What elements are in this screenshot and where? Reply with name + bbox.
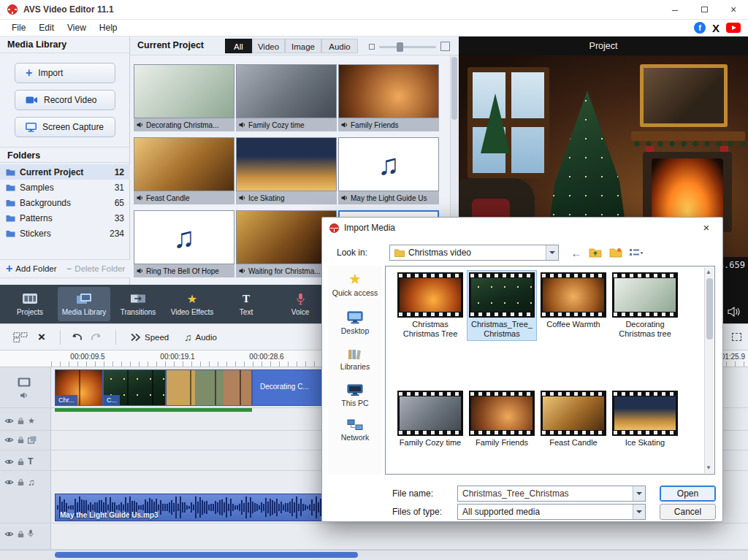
storyboard-view-button[interactable] <box>13 324 28 350</box>
voice-track[interactable] <box>0 523 748 550</box>
dialog-close-button[interactable]: × <box>698 220 715 235</box>
speed-button[interactable]: Speed <box>130 324 169 350</box>
file-item-feast-candle[interactable]: Feast Candle <box>539 389 608 449</box>
filter-tab-image[interactable]: Image <box>285 39 321 53</box>
menu-view[interactable]: View <box>61 21 92 34</box>
tab-video-effects[interactable]: ★ Video Effects <box>166 287 218 321</box>
media-item-ring-the-bell[interactable]: ♫ Ring The Bell Of Hope <box>134 210 234 277</box>
clip-label: Decorating C... <box>253 370 312 405</box>
timeline-scrollbar-thumb[interactable] <box>55 552 358 558</box>
fit-timeline-button[interactable] <box>732 324 741 350</box>
close-button[interactable]: × <box>719 0 748 20</box>
audio-button[interactable]: ♫ Audio <box>184 324 217 350</box>
add-folder-button[interactable]: + Add Folder <box>6 263 57 275</box>
scroll-up-icon[interactable]: ▲ <box>706 269 711 275</box>
dropdown-arrow-icon[interactable] <box>633 486 645 501</box>
tab-text[interactable]: T Text <box>220 287 272 321</box>
minimize-button[interactable]: – <box>660 0 690 20</box>
record-video-button[interactable]: Record Video <box>15 90 115 110</box>
delete-folder-button[interactable]: − Delete Folder <box>67 264 126 273</box>
screen-capture-button[interactable]: Screen Capture <box>15 117 115 137</box>
timeline-clip-3[interactable] <box>166 369 252 406</box>
media-item-family-cozy-time[interactable]: Family Cozy time <box>236 64 337 131</box>
visibility-eye-icon[interactable] <box>4 531 14 537</box>
visibility-eye-icon[interactable] <box>4 459 14 465</box>
music-note-icon: ♫ <box>184 331 192 343</box>
media-item-feast-candle[interactable]: Feast Candle <box>134 137 234 204</box>
media-item-may-the-light[interactable]: ♫ May the Light Guide Us <box>338 137 439 204</box>
dropdown-arrow-icon[interactable] <box>633 505 645 519</box>
lock-icon[interactable] <box>18 478 24 486</box>
lock-icon[interactable] <box>18 530 24 538</box>
tab-voice[interactable]: Voice <box>274 287 327 321</box>
folder-row-patterns[interactable]: Patterns 33 <box>0 210 130 226</box>
titlebar: AVS Video Editor 11.1 – × <box>0 0 748 20</box>
file-item-coffee-warmth[interactable]: Coffee Warmth <box>539 271 608 331</box>
video-track-audio-icon[interactable] <box>20 392 28 399</box>
visibility-eye-icon[interactable] <box>4 479 14 486</box>
file-item-christmas-christmas-tree[interactable]: Christmas Christmas Tree <box>396 271 465 340</box>
filter-tab-audio[interactable]: Audio <box>321 39 358 53</box>
lock-icon[interactable] <box>18 436 24 444</box>
menu-file[interactable]: File <box>6 21 31 34</box>
filter-tab-all[interactable]: All <box>225 39 252 53</box>
open-button[interactable]: Open <box>660 486 716 502</box>
preview-volume-icon[interactable] <box>728 307 741 317</box>
thumbnail-size-slider[interactable] <box>379 46 436 48</box>
facebook-icon[interactable]: f <box>694 22 706 34</box>
new-folder-button[interactable] <box>607 245 625 260</box>
lock-icon[interactable] <box>18 417 24 425</box>
back-button[interactable]: ← <box>568 245 585 260</box>
file-list-scrollbar-thumb[interactable] <box>706 278 713 340</box>
timeline-clip-2[interactable]: C... <box>103 369 166 406</box>
file-name-input[interactable]: Christmas_Tree_Christmas <box>457 486 646 502</box>
folder-row-stickers[interactable]: Stickers 234 <box>0 226 130 241</box>
file-item-family-friends[interactable]: Family Friends <box>468 389 536 449</box>
youtube-icon[interactable] <box>726 23 741 33</box>
folder-row-current-project[interactable]: Current Project 12 <box>0 164 130 180</box>
tab-projects[interactable]: Projects <box>4 287 56 321</box>
undo-button[interactable] <box>70 324 83 350</box>
folder-row-backgrounds[interactable]: Backgrounds 65 <box>0 195 130 210</box>
project-scrollbar-thumb[interactable] <box>451 57 457 120</box>
timeline-clip-1[interactable]: Chr... <box>55 369 103 406</box>
file-item-decorating-christmas-tree[interactable]: Decorating Christmas tree <box>611 271 679 340</box>
up-one-level-button[interactable] <box>587 245 604 260</box>
maximize-button[interactable] <box>690 0 719 20</box>
scroll-down-icon[interactable]: ▼ <box>706 465 711 471</box>
visibility-eye-icon[interactable] <box>4 418 14 424</box>
menu-edit[interactable]: Edit <box>33 21 60 34</box>
media-item-decorating-christmas[interactable]: Decorating Christma... <box>134 64 234 131</box>
place-libraries[interactable]: Libraries <box>328 348 382 371</box>
media-item-ice-skating[interactable]: Ice Skating <box>236 137 337 204</box>
place-this-pc[interactable]: This PC <box>328 384 382 407</box>
lock-icon[interactable] <box>18 458 24 466</box>
dropdown-arrow-icon[interactable] <box>546 245 558 260</box>
redo-button[interactable] <box>91 324 103 350</box>
tab-media-library[interactable]: Media Library <box>58 287 110 321</box>
x-twitter-icon[interactable]: X <box>712 23 720 34</box>
scene-window <box>468 67 549 178</box>
import-button[interactable]: + Import <box>15 63 115 83</box>
delete-clip-button[interactable]: × <box>38 324 45 350</box>
files-of-type-combobox[interactable]: All supported media <box>457 504 646 520</box>
file-item-ice-skating[interactable]: Ice Skating <box>611 389 679 449</box>
folder-row-samples[interactable]: Samples 31 <box>0 180 130 195</box>
file-item-christmas-tree-christmas[interactable]: Christmas_Tree_Christmas <box>468 271 536 340</box>
cancel-button[interactable]: Cancel <box>660 504 716 520</box>
tab-transitions[interactable]: Transitions <box>112 287 164 321</box>
file-item-family-cozy-time[interactable]: Family Cozy time <box>396 389 465 449</box>
audio-thumbnail: ♫ <box>338 137 439 191</box>
libraries-icon <box>348 348 362 360</box>
look-in-combobox[interactable]: Christmas video <box>389 245 559 261</box>
file-thumbnail <box>397 391 463 436</box>
media-item-family-friends[interactable]: Family Friends <box>338 64 439 131</box>
place-quick-access[interactable]: ★ Quick access <box>328 272 382 297</box>
thumbnail-size-slider-thumb[interactable] <box>397 42 403 52</box>
place-desktop[interactable]: Desktop <box>328 311 382 335</box>
filter-tab-video[interactable]: Video <box>252 39 285 53</box>
visibility-eye-icon[interactable] <box>4 437 14 443</box>
view-menu-button[interactable] <box>627 245 645 260</box>
menu-help[interactable]: Help <box>94 21 123 34</box>
place-network[interactable]: Network <box>328 419 382 442</box>
